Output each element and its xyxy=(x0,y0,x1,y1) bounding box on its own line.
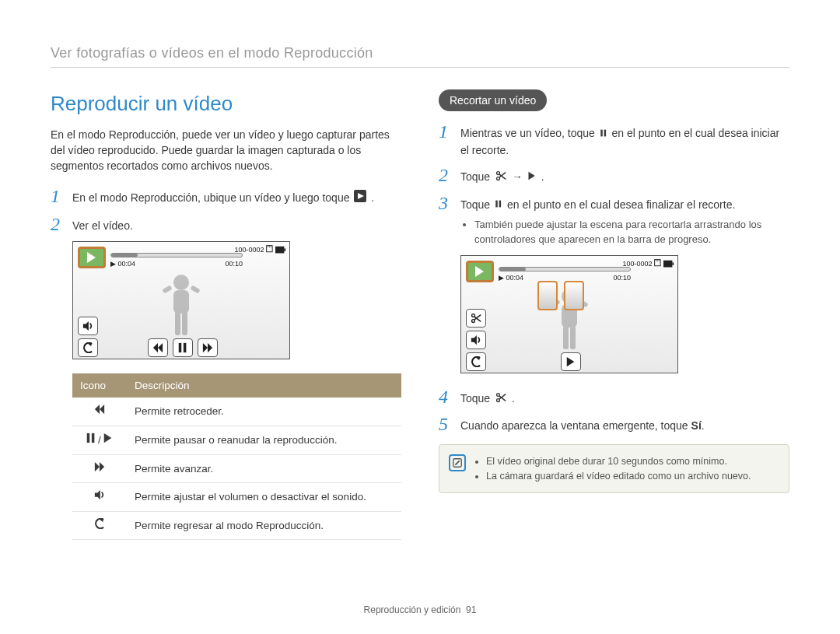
r-step-1: Mientras ve un vídeo, toque en el punto … xyxy=(460,122,789,158)
rewind-icon xyxy=(72,398,127,426)
elapsed-time: ▶ 00:04 xyxy=(110,259,135,269)
memory-icon xyxy=(654,259,662,267)
pause-icon xyxy=(495,198,502,213)
right-column: Recortar un vídeo 1 Mientras ve un vídeo… xyxy=(439,89,789,540)
r-step-2: Toque → . xyxy=(460,166,544,185)
row-desc: Permite regresar al modo Reproducción. xyxy=(127,511,401,540)
pause-icon xyxy=(600,127,607,142)
person-silhouette xyxy=(156,271,206,340)
step3-bullet: También puede ajustar la escena para rec… xyxy=(474,218,789,247)
step-number-2: 2 xyxy=(51,215,72,233)
row-desc: Permite retroceder. xyxy=(127,398,401,426)
note-item: La cámara guardará el vídeo editado como… xyxy=(486,469,778,483)
file-number: 100-0002 xyxy=(622,259,662,269)
trim-marker-start[interactable] xyxy=(537,281,558,310)
table-row: Permite regresar al modo Reproducción. xyxy=(72,511,401,540)
section-badge: Recortar un vídeo xyxy=(439,89,547,111)
step-1-text: En el modo Reproducción, ubique un vídeo… xyxy=(72,187,374,207)
r-step-5: Cuando aparezca la ventana emergente, to… xyxy=(460,415,705,433)
table-row: Permite ajustar el volumen o desactivar … xyxy=(72,483,401,512)
forward-icon xyxy=(72,454,127,483)
progress-bar xyxy=(499,267,631,271)
back-button[interactable] xyxy=(78,338,98,357)
lcd-preview-trim: ▶ 00:04 00:10 100-0002 xyxy=(460,255,678,373)
step-2-text: Ver el vídeo. xyxy=(72,215,133,233)
forward-button[interactable] xyxy=(198,338,218,357)
playbox-icon xyxy=(354,190,366,206)
scissors-button[interactable] xyxy=(466,309,486,328)
back-button[interactable] xyxy=(466,352,486,371)
video-thumbnail xyxy=(466,261,494,282)
row-desc: Permite ajustar el volumen o desactivar … xyxy=(127,483,401,512)
table-row: Permite avanzar. xyxy=(72,454,401,483)
r-step-4: Toque . xyxy=(460,387,515,407)
pause-play-icon: / xyxy=(72,426,127,455)
total-time: 00:10 xyxy=(613,273,631,283)
battery-icon xyxy=(663,259,674,273)
trim-marker-end[interactable] xyxy=(564,281,584,310)
row-desc: Permite avanzar. xyxy=(127,454,401,483)
rewind-button[interactable] xyxy=(148,338,168,357)
battery-icon xyxy=(275,245,286,259)
row-desc: Permite pausar o reanudar la reproducció… xyxy=(127,426,401,455)
back-icon xyxy=(72,511,127,540)
scissors-icon xyxy=(495,170,507,185)
scissors-icon xyxy=(495,391,507,407)
note-icon xyxy=(449,454,466,471)
file-number: 100-0002 xyxy=(234,245,274,255)
left-column: Reproducir un vídeo En el modo Reproducc… xyxy=(51,89,401,540)
elapsed-time: ▶ 00:04 xyxy=(499,273,523,283)
breadcrumb: Ver fotografías o vídeos en el modo Repr… xyxy=(51,43,789,68)
volume-button[interactable] xyxy=(78,317,98,335)
note-item: El vídeo original debe durar 10 segundos… xyxy=(486,454,778,468)
total-time: 00:10 xyxy=(225,259,243,269)
video-thumbnail xyxy=(78,247,106,268)
icon-description-table: Icono Descripción Permite retroceder. / … xyxy=(72,373,401,540)
volume-icon xyxy=(72,483,127,512)
progress-bar xyxy=(110,253,243,257)
intro-paragraph: En el modo Reproducción, puede ver un ví… xyxy=(51,127,401,174)
lcd-preview-play: ▶ 00:04 00:10 100-0002 xyxy=(72,241,290,359)
table-header-desc: Descripción xyxy=(127,373,401,398)
pause-button[interactable] xyxy=(173,338,193,357)
step-number-2: 2 xyxy=(439,166,460,184)
play-icon xyxy=(527,170,537,185)
memory-icon xyxy=(266,245,274,253)
table-header-icon: Icono xyxy=(72,373,127,398)
note-box: El vídeo original debe durar 10 segundos… xyxy=(439,444,789,492)
r-step-3: Toque en el punto en el cual desea final… xyxy=(460,194,789,247)
step-number-1: 1 xyxy=(51,187,72,205)
page-footer: Reproducción y edición 91 xyxy=(0,604,840,617)
step-number-5: 5 xyxy=(439,415,460,433)
play-button[interactable] xyxy=(561,352,581,371)
step-number-3: 3 xyxy=(439,194,460,212)
section-title: Reproducir un vídeo xyxy=(51,89,401,119)
table-row: Permite retroceder. xyxy=(72,398,401,426)
table-row: / Permite pausar o reanudar la reproducc… xyxy=(72,426,401,455)
step-number-4: 4 xyxy=(439,387,460,406)
step-number-1: 1 xyxy=(439,122,460,141)
volume-button[interactable] xyxy=(466,331,486,349)
